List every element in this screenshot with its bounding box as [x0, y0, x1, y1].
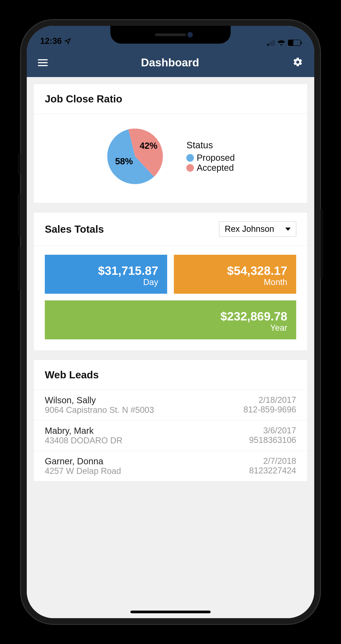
pie-slice-label: 42% — [140, 141, 157, 151]
battery-level — [288, 40, 293, 46]
lead-name: Garner, Donna — [45, 456, 121, 466]
battery-icon — [288, 40, 301, 46]
tile-label: Year — [54, 323, 287, 333]
front-camera — [187, 32, 193, 38]
status-left: 12:36 — [40, 36, 71, 46]
lead-address: 9064 Capistrano St. N #5003 — [45, 405, 154, 415]
lead-date: 3/6/2017 — [249, 426, 296, 435]
sales-totals-card: Sales Totals Rex Johnson $31,715.87 Day … — [34, 212, 307, 351]
nav-bar: Dashboard — [27, 48, 314, 77]
sales-tiles: $31,715.87 Day $54,328.17 Month $232,869… — [34, 246, 307, 350]
lead-name: Mabry, Mark — [45, 426, 122, 436]
card-header: Sales Totals Rex Johnson — [34, 212, 307, 246]
card-title: Web Leads — [45, 369, 99, 381]
lead-address: 4257 W Delap Road — [45, 466, 121, 476]
legend-dot — [186, 164, 194, 172]
lead-row[interactable]: Garner, Donna4257 W Delap Road2/7/201881… — [34, 451, 307, 481]
lead-phone: 812-859-9696 — [243, 405, 296, 414]
side-button — [320, 208, 323, 280]
tile-value: $54,328.17 — [183, 264, 287, 278]
pie-legend: Status Proposed Accepted — [186, 140, 235, 173]
lead-left: Wilson, Sally9064 Capistrano St. N #5003 — [45, 395, 154, 415]
lead-row[interactable]: Wilson, Sally9064 Capistrano St. N #5003… — [34, 390, 307, 420]
leads-list: Wilson, Sally9064 Capistrano St. N #5003… — [34, 390, 307, 481]
lead-date: 2/7/2018 — [249, 456, 296, 466]
gear-icon — [292, 57, 303, 68]
lead-name: Wilson, Sally — [45, 395, 154, 405]
status-time: 12:36 — [40, 36, 62, 46]
lead-row[interactable]: Mabry, Mark43408 DODARO DR3/6/2017951836… — [34, 420, 307, 451]
sales-tile-day[interactable]: $31,715.87 Day — [45, 255, 167, 294]
lead-right: 2/18/2017812-859-9696 — [243, 395, 296, 415]
phone-notch — [110, 26, 231, 44]
cellular-signal-icon — [267, 40, 275, 46]
lead-right: 2/7/20188123227424 — [249, 456, 296, 476]
card-title: Sales Totals — [45, 223, 104, 235]
legend-title: Status — [186, 140, 235, 150]
card-header: Web Leads — [34, 360, 307, 390]
wifi-icon — [277, 40, 285, 46]
phone-frame: 12:36 — [20, 19, 321, 625]
side-button — [18, 153, 21, 175]
phone-screen: 12:36 — [27, 26, 314, 618]
speaker-grill — [155, 34, 186, 36]
tile-label: Month — [183, 278, 287, 287]
tile-value: $31,715.87 — [54, 264, 158, 278]
legend-label: Accepted — [197, 163, 234, 173]
sales-tile-month[interactable]: $54,328.17 Month — [174, 255, 296, 294]
web-leads-card: Web Leads Wilson, Sally9064 Capistrano S… — [34, 360, 307, 482]
settings-button[interactable] — [292, 57, 303, 68]
home-indicator[interactable] — [130, 610, 211, 613]
status-right — [267, 40, 301, 46]
pie-slice-label: 58% — [115, 156, 133, 166]
card-title: Job Close Ratio — [45, 93, 122, 105]
chevron-down-icon — [285, 228, 291, 231]
side-button — [18, 193, 21, 238]
page-title: Dashboard — [141, 56, 199, 69]
dropdown-value: Rex Johnson — [225, 224, 274, 234]
pie-chart: 42% 58% — [106, 127, 164, 185]
pie-section: 42% 58% Status Proposed Accepted — [34, 114, 307, 203]
lead-left: Garner, Donna4257 W Delap Road — [45, 456, 121, 476]
sales-tile-year[interactable]: $232,869.78 Year — [45, 300, 296, 339]
location-icon — [64, 38, 71, 44]
lead-phone: 9518363106 — [249, 435, 296, 445]
legend-item-proposed: Proposed — [186, 153, 235, 163]
lead-date: 2/18/2017 — [243, 395, 296, 405]
menu-icon[interactable] — [38, 59, 48, 66]
pie-chart-svg — [106, 127, 164, 185]
tile-label: Day — [54, 278, 158, 287]
legend-label: Proposed — [197, 153, 235, 163]
salesperson-dropdown[interactable]: Rex Johnson — [219, 221, 296, 237]
job-close-ratio-card: Job Close Ratio 42% 58% Status Proposed — [34, 84, 307, 203]
lead-address: 43408 DODARO DR — [45, 436, 122, 445]
legend-item-accepted: Accepted — [186, 163, 235, 173]
card-header: Job Close Ratio — [34, 84, 307, 114]
lead-left: Mabry, Mark43408 DODARO DR — [45, 426, 122, 445]
side-button — [18, 246, 21, 291]
tile-value: $232,869.78 — [54, 309, 287, 323]
lead-right: 3/6/20179518363106 — [249, 426, 296, 445]
lead-phone: 8123227424 — [249, 466, 296, 476]
tiles-row: $31,715.87 Day $54,328.17 Month — [45, 255, 296, 294]
content-area: Job Close Ratio 42% 58% Status Proposed — [27, 77, 314, 618]
legend-dot — [186, 154, 194, 162]
